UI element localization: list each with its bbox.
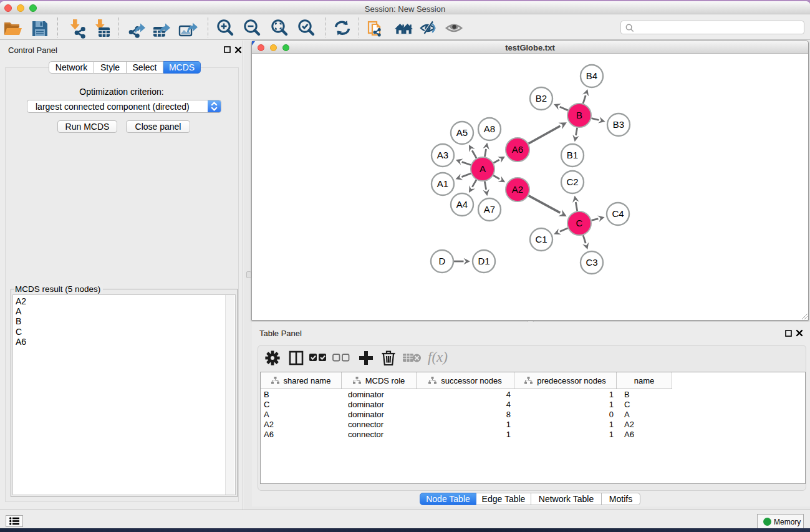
svg-text:B: B	[576, 110, 582, 120]
svg-text:C1: C1	[535, 234, 547, 244]
svg-text:B4: B4	[586, 70, 597, 81]
svg-text:A2: A2	[512, 184, 523, 195]
svg-text:C2: C2	[566, 177, 578, 187]
svg-text:A1: A1	[437, 178, 448, 189]
svg-text:A4: A4	[456, 199, 468, 210]
svg-text:A7: A7	[484, 204, 495, 215]
svg-text:C: C	[576, 218, 583, 228]
svg-text:A5: A5	[456, 127, 468, 138]
svg-text:B1: B1	[567, 150, 578, 160]
svg-text:B2: B2	[536, 93, 547, 104]
svg-text:D1: D1	[478, 256, 489, 266]
svg-text:C4: C4	[612, 208, 624, 219]
svg-text:A6: A6	[512, 144, 523, 155]
svg-text:C3: C3	[586, 257, 597, 268]
svg-text:A: A	[480, 163, 486, 174]
svg-text:A8: A8	[484, 123, 495, 134]
svg-text:B3: B3	[613, 119, 624, 130]
svg-text:A3: A3	[437, 150, 448, 160]
svg-text:D: D	[439, 256, 446, 266]
